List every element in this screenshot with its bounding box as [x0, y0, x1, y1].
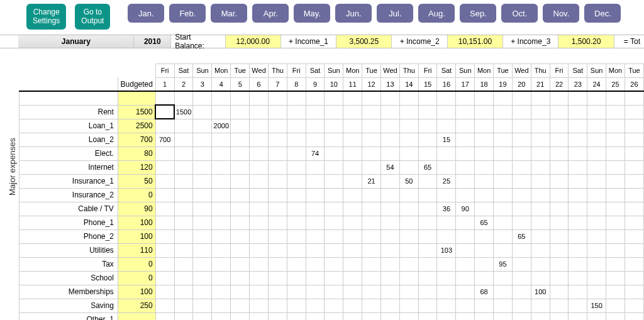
grid-cell[interactable]: [569, 243, 587, 257]
grid-cell[interactable]: [362, 146, 381, 160]
grid-cell[interactable]: [550, 146, 569, 160]
grid-cell[interactable]: [380, 119, 399, 133]
grid-cell[interactable]: [456, 257, 475, 271]
grid-cell[interactable]: [606, 257, 625, 271]
grid-cell[interactable]: 36: [437, 202, 456, 216]
grid-cell[interactable]: [306, 243, 325, 257]
grid-cell[interactable]: [250, 216, 269, 229]
grid-cell[interactable]: [456, 229, 475, 243]
grid-cell[interactable]: [569, 133, 587, 146]
grid-cell[interactable]: [250, 174, 269, 188]
grid-cell[interactable]: [231, 285, 250, 299]
grid-cell[interactable]: [193, 271, 212, 285]
grid-cell[interactable]: [250, 257, 269, 271]
grid-cell[interactable]: [418, 174, 437, 188]
grid-cell[interactable]: [625, 160, 643, 174]
grid-cell[interactable]: [306, 174, 325, 188]
grid-cell[interactable]: [625, 271, 643, 285]
grid-cell[interactable]: [475, 188, 494, 202]
grid-cell[interactable]: [343, 243, 362, 257]
month-button-dec[interactable]: Dec.: [584, 4, 621, 23]
grid-cell[interactable]: [193, 216, 212, 229]
grid-cell[interactable]: [456, 188, 475, 202]
month-button-jun[interactable]: Jun.: [335, 4, 372, 23]
grid-cell[interactable]: [606, 229, 625, 243]
grid-cell[interactable]: [343, 174, 362, 188]
grid-cell[interactable]: [531, 257, 550, 271]
income1-value[interactable]: 3,500.25: [336, 35, 392, 48]
grid-cell[interactable]: [250, 202, 269, 216]
grid-cell[interactable]: 68: [475, 285, 494, 299]
grid-cell[interactable]: [269, 160, 287, 174]
grid-cell[interactable]: [250, 160, 269, 174]
grid-cell[interactable]: [193, 174, 212, 188]
grid-cell[interactable]: [625, 119, 643, 133]
grid-cell[interactable]: [174, 133, 193, 146]
grid-cell[interactable]: 15: [437, 133, 456, 146]
grid-cell[interactable]: [456, 160, 475, 174]
grid-cell[interactable]: [512, 299, 531, 312]
month-button-nov[interactable]: Nov.: [543, 4, 579, 23]
grid-cell[interactable]: [475, 202, 494, 216]
grid-cell[interactable]: [269, 285, 287, 299]
grid-cell[interactable]: [437, 257, 456, 271]
grid-cell[interactable]: [512, 160, 531, 174]
budgeted-cell[interactable]: 100: [118, 229, 155, 243]
income3-value[interactable]: 1,500.20: [558, 35, 614, 48]
grid-cell[interactable]: [606, 146, 625, 160]
grid-cell[interactable]: [250, 285, 269, 299]
grid-cell[interactable]: [343, 285, 362, 299]
grid-cell[interactable]: [325, 285, 343, 299]
grid-cell[interactable]: [155, 119, 174, 133]
grid-cell[interactable]: [625, 257, 643, 271]
grid-cell[interactable]: [155, 216, 174, 229]
grid-cell[interactable]: [399, 216, 418, 229]
grid-cell[interactable]: [550, 271, 569, 285]
budgeted-cell[interactable]: 50: [118, 174, 155, 188]
grid-cell[interactable]: 150: [587, 299, 606, 312]
grid-cell[interactable]: [625, 188, 643, 202]
grid-cell[interactable]: [587, 216, 606, 229]
grid-cell[interactable]: [155, 271, 174, 285]
grid-cell[interactable]: [325, 243, 343, 257]
grid-cell[interactable]: [399, 271, 418, 285]
grid-cell[interactable]: [325, 312, 343, 320]
grid-cell[interactable]: [212, 105, 231, 119]
grid-cell[interactable]: [418, 202, 437, 216]
grid-cell[interactable]: [494, 271, 513, 285]
grid-cell[interactable]: [306, 216, 325, 229]
grid-cell[interactable]: [587, 312, 606, 320]
grid-cell[interactable]: [287, 174, 306, 188]
grid-cell[interactable]: [494, 216, 513, 229]
grid-cell[interactable]: [212, 174, 231, 188]
grid-cell[interactable]: [362, 299, 381, 312]
grid-cell[interactable]: [625, 312, 643, 320]
grid-cell[interactable]: [418, 105, 437, 119]
grid-cell[interactable]: [456, 146, 475, 160]
grid-cell[interactable]: [550, 257, 569, 271]
grid-cell[interactable]: [399, 146, 418, 160]
budgeted-cell[interactable]: 0: [118, 188, 155, 202]
grid-cell[interactable]: [437, 285, 456, 299]
grid-cell[interactable]: [512, 146, 531, 160]
budgeted-cell[interactable]: 110: [118, 243, 155, 257]
grid-cell[interactable]: [306, 285, 325, 299]
budgeted-cell[interactable]: 80: [118, 146, 155, 160]
grid-cell[interactable]: [606, 160, 625, 174]
grid-cell[interactable]: [512, 105, 531, 119]
grid-cell[interactable]: [512, 271, 531, 285]
budget-grid[interactable]: FriSatSunMonTueWedThuFriSatSunMonTueWedT…: [19, 63, 644, 320]
grid-cell[interactable]: [155, 146, 174, 160]
grid-cell[interactable]: [287, 133, 306, 146]
grid-cell[interactable]: [269, 146, 287, 160]
grid-cell[interactable]: [569, 146, 587, 160]
grid-cell[interactable]: [174, 312, 193, 320]
grid-cell[interactable]: [193, 202, 212, 216]
grid-cell[interactable]: [325, 146, 343, 160]
grid-cell[interactable]: [399, 229, 418, 243]
income2-value[interactable]: 10,151.00: [448, 35, 503, 48]
grid-cell[interactable]: [399, 119, 418, 133]
grid-cell[interactable]: 50: [399, 174, 418, 188]
grid-cell[interactable]: [437, 271, 456, 285]
grid-cell[interactable]: [512, 216, 531, 229]
